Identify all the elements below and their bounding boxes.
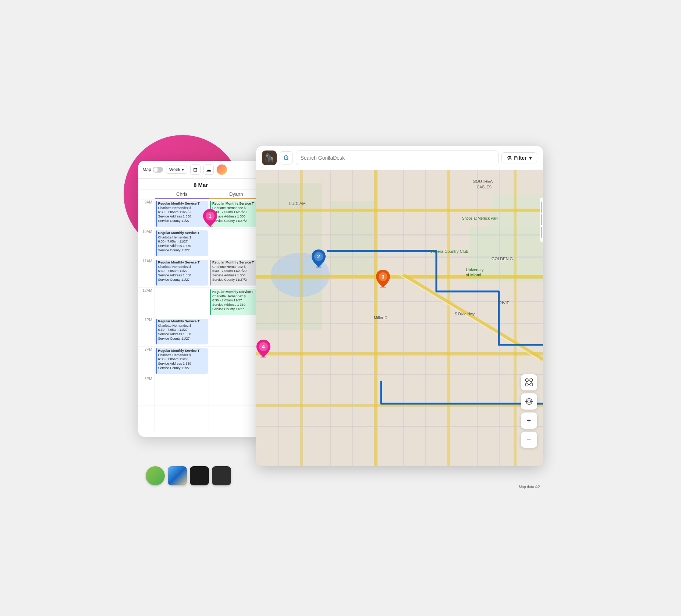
event-time: 6:30 - 7:05am 11/27 — [212, 298, 261, 303]
event-time: 6:30 - 7:05am 11/27/20 — [158, 210, 207, 215]
event-county: Service County 11/27 — [158, 219, 207, 223]
event-address: Service Address 1 330 — [158, 215, 207, 219]
dyann-column: Regular Monthly Service T Charlotte Hern… — [209, 199, 263, 431]
svg-rect-22 — [352, 170, 353, 466]
svg-rect-13 — [514, 170, 517, 466]
event-detail: Charlotte Hernandez $ — [212, 265, 261, 269]
location-button[interactable] — [521, 393, 537, 410]
svg-text:LUDLAM: LUDLAM — [289, 201, 306, 206]
event-county: Service County 11/27/2 — [212, 219, 261, 223]
event-address: Service Address 1 330 — [158, 362, 207, 366]
dyann-slot-4 — [209, 317, 263, 347]
event-time: 6:30 - 7:05am 11/27 — [158, 240, 207, 244]
zoom-in-button[interactable]: + — [521, 413, 537, 429]
event-address: Service Address 1 330 — [158, 244, 207, 248]
week-selector[interactable]: Week ▾ — [166, 166, 187, 174]
event-detail: Charlotte Hernandez $ — [212, 294, 261, 299]
chris-event-4[interactable]: Regular Monthly Service T Charlotte Hern… — [156, 319, 208, 344]
chris-column: Regular Monthly Service T Charlotte Hern… — [155, 199, 209, 431]
svg-text:GABLES: GABLES — [477, 185, 492, 189]
filter-label: Filter — [514, 155, 526, 161]
event-county: Service County 11/27 — [158, 278, 207, 282]
event-county: Service County 11/27 — [212, 307, 261, 312]
event-address: Service Address 1 330 — [212, 273, 261, 278]
event-detail: Charlotte Hernandez $ — [212, 206, 261, 210]
time-11am: 11AM — [138, 258, 155, 288]
chris-slot-5: Regular Monthly Service T Charlotte Hern… — [155, 347, 209, 376]
svg-point-60 — [528, 400, 531, 403]
dyann-slot-1 — [209, 229, 263, 258]
svg-text:3: 3 — [382, 274, 384, 280]
time-10am: 10AM — [138, 229, 155, 258]
event-county: Service County 11/27 — [158, 366, 207, 371]
event-title: Regular Monthly Service T — [158, 319, 207, 324]
col-header-chris: Chris — [155, 190, 209, 199]
thumb-dark[interactable] — [190, 466, 209, 485]
filter-button[interactable]: ⚗ Filter ▾ — [501, 152, 537, 163]
chris-slot-3 — [155, 288, 209, 317]
avatar[interactable] — [217, 164, 227, 175]
toggle-track[interactable] — [153, 167, 163, 173]
svg-text:Shops at Merrick Park: Shops at Merrick Park — [462, 216, 499, 220]
svg-point-54 — [530, 379, 533, 382]
date-header: 8 Mar — [138, 179, 263, 190]
layout-icon[interactable]: ⊟ — [190, 164, 201, 175]
google-icon[interactable]: G — [280, 151, 293, 164]
map-scrollbar[interactable] — [540, 198, 543, 242]
thumb-satellite[interactable] — [146, 466, 165, 485]
time-2pm: 2PM — [138, 347, 155, 376]
chris-event-5[interactable]: Regular Monthly Service T Charlotte Hern… — [156, 348, 208, 374]
map-copyright: Map data ©2 — [519, 485, 540, 489]
dyann-event-2[interactable]: Regular Monthly Service T Charlotte Hern… — [210, 260, 262, 286]
minus-icon: − — [527, 436, 531, 444]
calendar-body: 9AM 10AM 11AM 12AM 1PM 2PM 3PM Regular M… — [138, 199, 263, 431]
chris-slot-1: Regular Monthly Service T Charlotte Hern… — [155, 229, 209, 258]
view-options-icon[interactable]: ☁ — [203, 164, 214, 175]
event-address: Service Address 1 330 — [212, 303, 261, 307]
event-detail: Charlotte Hernandez $ — [158, 353, 207, 358]
dyann-event-3[interactable]: Regular Monthly Service T Charlotte Hern… — [210, 289, 262, 315]
map-header: 🦍 G ⚗ Filter ▾ — [256, 146, 543, 170]
chris-event-2[interactable]: Regular Monthly Service T Charlotte Hern… — [156, 260, 208, 286]
svg-text:SOUTHEA: SOUTHEA — [473, 179, 493, 184]
event-detail: Charlotte Hernandez $ — [158, 324, 207, 328]
event-detail: Charlotte Hernandez $ — [158, 206, 207, 210]
chris-slot-6 — [155, 376, 209, 406]
search-input[interactable] — [296, 151, 499, 165]
event-detail: Charlotte Hernandez $ — [158, 265, 207, 269]
scrollbar-line — [541, 227, 542, 238]
map-svg: LUDLAM SOUTHEA GABLES Shops at Merrick P… — [256, 146, 543, 466]
time-3pm: 3PM — [138, 376, 155, 406]
event-title: Regular Monthly Service T — [212, 202, 261, 206]
thumb-terrain[interactable] — [168, 466, 187, 485]
time-col-spacer — [138, 190, 155, 199]
route-button[interactable] — [521, 374, 537, 390]
app-logo: 🦍 — [262, 151, 277, 165]
zoom-out-button[interactable]: − — [521, 432, 537, 448]
plus-icon: + — [527, 417, 531, 425]
chris-event-1[interactable]: Regular Monthly Service T Charlotte Hern… — [156, 230, 208, 256]
event-title: Regular Monthly Service T — [212, 261, 261, 265]
chris-slot-2: Regular Monthly Service T Charlotte Hern… — [155, 258, 209, 288]
col-header-dyann: Dyann — [209, 190, 263, 199]
chevron-down-icon: ▾ — [529, 155, 532, 161]
svg-rect-21 — [330, 170, 331, 466]
map-pin-2[interactable]: 2 — [311, 249, 326, 269]
svg-point-52 — [525, 379, 528, 382]
thumb-black[interactable] — [212, 466, 231, 485]
column-headers: Chris Dyann — [138, 190, 263, 199]
map-pin-1[interactable]: 1 — [202, 208, 218, 229]
map-toggle[interactable]: Map — [143, 167, 163, 173]
event-time: 6:30 - 7:05am 11/27 — [158, 328, 207, 332]
main-scene: Map Week ▾ ⊟ ☁ 8 Mar Chris Dyann — [138, 124, 543, 492]
map-pin-4[interactable]: 4 — [256, 339, 271, 360]
event-address: Service Address 1 330 — [158, 332, 207, 337]
svg-rect-23 — [403, 170, 404, 466]
chris-event-0[interactable]: Regular Monthly Service T Charlotte Hern… — [156, 201, 208, 227]
event-title: Regular Monthly Service T — [158, 231, 207, 236]
map-toggle-label: Map — [143, 167, 151, 172]
map-pin-3[interactable]: 3 — [375, 269, 391, 290]
event-address: Service Address 1 330 — [158, 273, 207, 278]
svg-text:of Miami: of Miami — [466, 273, 481, 277]
calendar-panel: Map Week ▾ ⊟ ☁ 8 Mar Chris Dyann — [138, 161, 263, 437]
